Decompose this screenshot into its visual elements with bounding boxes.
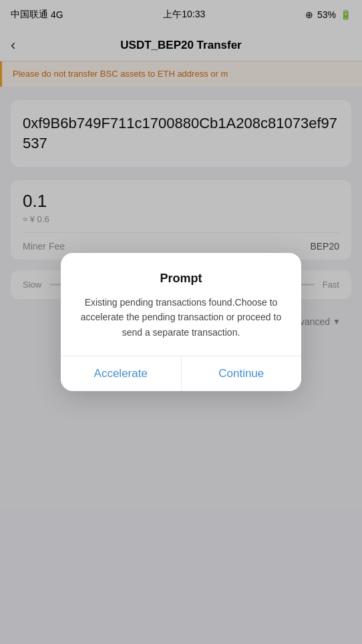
- dialog-overlay: Prompt Existing pending transactions fou…: [0, 0, 362, 644]
- dialog-buttons: Accelerate Continue: [61, 356, 301, 391]
- dialog-message: Existing pending transactions found.Choo…: [77, 295, 285, 340]
- prompt-dialog: Prompt Existing pending transactions fou…: [61, 253, 301, 391]
- dialog-title: Prompt: [77, 272, 285, 286]
- continue-button[interactable]: Continue: [182, 356, 302, 391]
- accelerate-button[interactable]: Accelerate: [61, 356, 182, 391]
